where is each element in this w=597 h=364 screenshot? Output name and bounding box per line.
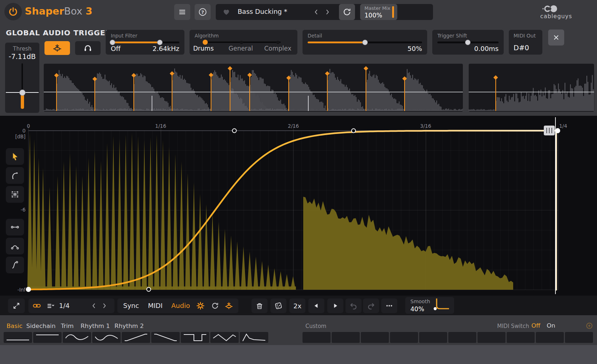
shift-left-button[interactable] xyxy=(308,298,324,313)
draw-tool-icon xyxy=(10,171,20,180)
wave-square[interactable] xyxy=(181,332,209,343)
help-button[interactable]: ? xyxy=(195,4,211,20)
tool-cursor[interactable] xyxy=(6,148,24,165)
tab-basic[interactable]: Basic xyxy=(7,323,23,329)
mode-audio[interactable]: Audio xyxy=(171,302,190,309)
wave-ramp-down-icon xyxy=(151,332,180,343)
curve-point-start[interactable] xyxy=(26,287,31,292)
tool-line[interactable] xyxy=(6,219,24,236)
randomize-button[interactable] xyxy=(270,298,286,313)
more-options-button[interactable] xyxy=(381,298,397,313)
input-filter-low-thumb[interactable] xyxy=(110,40,115,45)
curve-point-bottom[interactable] xyxy=(147,288,151,292)
wave-sine[interactable] xyxy=(63,332,91,343)
tool-draw[interactable] xyxy=(6,167,24,184)
custom-slot-6[interactable] xyxy=(448,332,476,343)
trigger-monitor-button[interactable] xyxy=(75,41,101,55)
preset-name: Bass Ducking * xyxy=(238,8,287,15)
gear-icon[interactable] xyxy=(196,301,205,310)
custom-slot-4[interactable] xyxy=(390,332,418,343)
mode-sync[interactable]: Sync xyxy=(123,302,139,309)
wave-ramp-down[interactable] xyxy=(151,332,180,343)
detail-thumb[interactable] xyxy=(362,40,368,45)
input-filter-high-thumb[interactable] xyxy=(157,40,163,45)
rate-value[interactable]: 1/4 xyxy=(59,302,70,309)
wave-sine-inverted[interactable] xyxy=(92,332,121,343)
wave-zigzag[interactable] xyxy=(210,332,239,343)
close-trigger-section-button[interactable] xyxy=(548,29,564,46)
tool-scurve[interactable] xyxy=(6,257,24,273)
midi-switch-off[interactable]: Off xyxy=(531,322,540,329)
link-icon[interactable] xyxy=(32,301,42,310)
curve-point-top-1[interactable] xyxy=(233,129,237,133)
trigger-shift-thumb[interactable] xyxy=(465,40,471,45)
favorite-heart-icon[interactable] xyxy=(222,8,230,16)
tab-rhythm1[interactable]: Rhythm 1 xyxy=(81,323,110,329)
wave-flat-low[interactable] xyxy=(4,332,32,343)
trigger-small-icon[interactable] xyxy=(225,301,233,310)
curve-point-top-2[interactable] xyxy=(352,129,356,133)
steps-icon[interactable] xyxy=(46,301,55,310)
db-label-neg-inf: -Inf xyxy=(17,287,26,293)
tab-trim[interactable]: Trim xyxy=(61,323,74,329)
preset-prev-icon[interactable] xyxy=(313,8,320,16)
lfo-curve-editor[interactable]: 0 1/16 2/16 3/16 1/4 0 [dB] -6 -Inf xyxy=(0,116,597,296)
db-label-minus6: -6 xyxy=(21,207,26,213)
curve-point-end[interactable] xyxy=(555,128,560,133)
power-button[interactable] xyxy=(4,3,22,20)
shift-right-button[interactable] xyxy=(327,298,343,313)
midi-out-panel[interactable]: MIDI Out D#0 xyxy=(509,30,542,55)
custom-slot-1[interactable] xyxy=(303,332,331,343)
undo-icon xyxy=(349,301,358,310)
thresh-panel: Thresh -7.11dB xyxy=(5,43,39,113)
trigger-waveform-display-right[interactable] xyxy=(469,64,594,112)
master-mix-meter[interactable] xyxy=(392,6,394,18)
custom-slot-7[interactable] xyxy=(477,332,506,343)
reset-button[interactable] xyxy=(339,4,355,20)
midi-switch-on[interactable]: On xyxy=(547,322,555,329)
section-title: GLOBAL AUDIO TRIGGER xyxy=(6,28,111,37)
algorithm-dot-general[interactable] xyxy=(240,41,243,44)
wave-peak[interactable] xyxy=(240,332,268,343)
brand-box: Box xyxy=(64,5,82,17)
delete-wave-button[interactable] xyxy=(251,298,268,313)
menu-button[interactable] xyxy=(174,4,190,20)
algorithm-option-complex[interactable]: Complex xyxy=(264,45,292,52)
mode-midi[interactable]: MIDI xyxy=(148,302,163,309)
custom-slot-2[interactable] xyxy=(332,332,360,343)
custom-slot-9[interactable] xyxy=(536,332,564,343)
double-wave-button[interactable]: 2x xyxy=(289,298,305,313)
tool-arc[interactable] xyxy=(6,238,24,254)
midi-learn-icon[interactable] xyxy=(585,322,595,330)
preset-bar[interactable]: Bass Ducking * xyxy=(216,4,433,20)
tool-marquee[interactable] xyxy=(6,186,24,203)
algorithm-dot-selected[interactable] xyxy=(203,40,208,45)
audio-trigger-toggle[interactable] xyxy=(44,41,70,55)
trigger-shift-label: Trigger Shift xyxy=(437,33,467,39)
loop-icon[interactable] xyxy=(211,301,219,310)
zoom-scroll-handle[interactable] xyxy=(544,126,555,135)
wave-flat-high[interactable] xyxy=(33,332,62,343)
algorithm-option-general[interactable]: General xyxy=(229,45,253,52)
preset-next-icon[interactable] xyxy=(324,8,331,16)
rate-next-icon[interactable] xyxy=(101,302,108,309)
custom-slot-5[interactable] xyxy=(419,332,447,343)
custom-slot-3[interactable] xyxy=(361,332,389,343)
more-icon xyxy=(385,301,394,310)
thresh-slider-thumb[interactable] xyxy=(19,90,26,96)
smooth-control[interactable]: Smooth 40% xyxy=(405,297,454,314)
rate-prev-icon[interactable] xyxy=(90,302,98,309)
algorithm-dot-complex[interactable] xyxy=(276,41,280,44)
undo-button[interactable] xyxy=(346,298,362,313)
redo-icon xyxy=(367,301,375,310)
custom-slot-8[interactable] xyxy=(507,332,535,343)
expand-editor-button[interactable] xyxy=(8,298,25,313)
tab-rhythm2[interactable]: Rhythm 2 xyxy=(114,323,144,329)
trigger-waveform-display[interactable] xyxy=(44,64,463,112)
wave-ramp-up[interactable] xyxy=(122,332,150,343)
master-mix-control[interactable]: Master Mix 100% xyxy=(360,4,397,20)
custom-slot-10[interactable] xyxy=(565,332,593,343)
algorithm-option-drums[interactable]: Drums xyxy=(193,45,214,52)
redo-button[interactable] xyxy=(363,298,379,313)
tab-sidechain[interactable]: Sidechain xyxy=(26,323,55,329)
